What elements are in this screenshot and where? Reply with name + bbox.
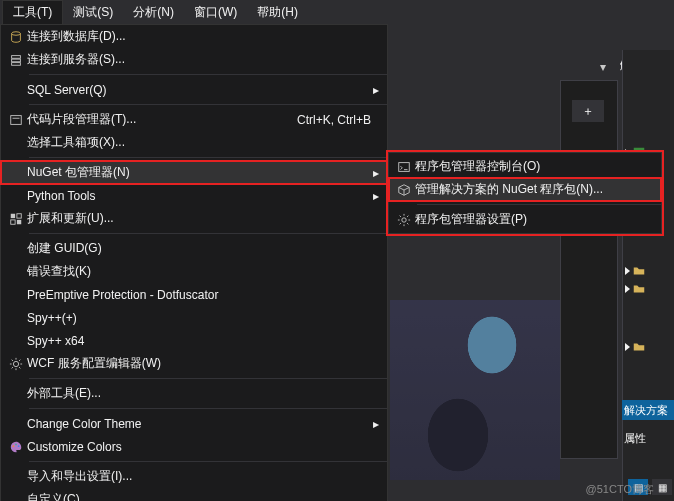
menu-label: 错误查找(K) <box>27 263 379 280</box>
menu-connect-database[interactable]: 连接到数据库(D)... <box>1 25 387 48</box>
menu-external-tools[interactable]: 外部工具(E)... <box>1 382 387 405</box>
menu-label: 自定义(C)... <box>27 491 379 501</box>
extensions-icon <box>5 211 27 227</box>
background-image <box>390 300 560 480</box>
svg-point-12 <box>15 443 17 445</box>
nuget-submenu: 程序包管理器控制台(O) 管理解决方案的 NuGet 程序包(N)... 程序包… <box>388 152 662 234</box>
tools-dropdown: 连接到数据库(D)... 连接到服务器(S)... SQL Server(Q) … <box>0 24 388 501</box>
expand-icon <box>625 267 630 275</box>
menubar-window[interactable]: 窗口(W) <box>184 1 247 24</box>
blank-icon <box>5 188 27 204</box>
menubar-help[interactable]: 帮助(H) <box>247 1 308 24</box>
menu-label: 扩展和更新(U)... <box>27 210 379 227</box>
blank-icon <box>5 310 27 326</box>
menu-label: NuGet 包管理器(N) <box>27 164 369 181</box>
svg-rect-2 <box>12 59 21 62</box>
layout-mode-alt-icon[interactable]: ▦ <box>652 479 672 495</box>
svg-rect-1 <box>12 55 21 58</box>
gear-icon <box>393 212 415 228</box>
watermark-text: @51CTO博客 <box>586 482 654 497</box>
menu-python-tools[interactable]: Python Tools ▸ <box>1 184 387 207</box>
menu-dotfuscator[interactable]: PreEmptive Protection - Dotfuscator <box>1 283 387 306</box>
menu-customize[interactable]: 自定义(C)... <box>1 488 387 501</box>
solution-explorer-tab[interactable]: 解决方案 <box>622 400 674 420</box>
menu-toolbox-items[interactable]: 选择工具箱项(X)... <box>1 131 387 154</box>
submenu-manage-solution-nuget[interactable]: 管理解决方案的 NuGet 程序包(N)... <box>389 178 661 201</box>
svg-point-10 <box>13 361 18 366</box>
menu-spypp[interactable]: Spy++(+) <box>1 306 387 329</box>
menu-connect-server[interactable]: 连接到服务器(S)... <box>1 48 387 71</box>
server-icon <box>5 52 27 68</box>
menu-create-guid[interactable]: 创建 GUID(G) <box>1 237 387 260</box>
blank-icon <box>5 492 27 502</box>
plus-icon: ＋ <box>582 103 594 120</box>
gear-icon <box>5 356 27 372</box>
menu-label: PreEmptive Protection - Dotfuscator <box>27 288 379 302</box>
menubar-test[interactable]: 测试(S) <box>63 1 123 24</box>
blank-icon <box>5 241 27 257</box>
svg-rect-9 <box>17 219 21 223</box>
menu-label: 程序包管理器设置(P) <box>415 211 653 228</box>
console-icon <box>393 159 415 175</box>
expand-icon <box>625 343 630 351</box>
svg-point-11 <box>13 445 15 447</box>
submenu-arrow-icon: ▸ <box>369 83 379 97</box>
folder-icon <box>632 264 646 278</box>
menu-label: Python Tools <box>27 189 369 203</box>
svg-rect-8 <box>11 219 15 223</box>
menubar-tools[interactable]: 工具(T) <box>2 0 63 25</box>
svg-rect-7 <box>17 213 21 217</box>
menu-separator <box>29 408 387 409</box>
palette-icon <box>5 439 27 455</box>
submenu-pm-console[interactable]: 程序包管理器控制台(O) <box>389 155 661 178</box>
blank-icon <box>5 469 27 485</box>
blank-icon <box>5 82 27 98</box>
menu-label: 程序包管理器控制台(O) <box>415 158 653 175</box>
menu-shortcut: Ctrl+K, Ctrl+B <box>297 113 379 127</box>
menu-spypp-x64[interactable]: Spy++ x64 <box>1 329 387 352</box>
menu-label: SQL Server(Q) <box>27 83 369 97</box>
blank-icon <box>5 416 27 432</box>
blank-icon <box>5 287 27 303</box>
svg-point-0 <box>12 31 21 35</box>
add-button[interactable]: ＋ <box>572 100 604 122</box>
menubar: 工具(T) 测试(S) 分析(N) 窗口(W) 帮助(H) <box>0 0 674 24</box>
menu-sql-server[interactable]: SQL Server(Q) ▸ <box>1 78 387 101</box>
menu-nuget-package-manager[interactable]: NuGet 包管理器(N) ▸ <box>1 161 387 184</box>
document-toolbar: ▾ <box>390 56 616 78</box>
snippet-icon <box>5 112 27 128</box>
menu-label: 连接到数据库(D)... <box>27 28 379 45</box>
menu-snippet-manager[interactable]: 代码片段管理器(T)... Ctrl+K, Ctrl+B <box>1 108 387 131</box>
menubar-analyze[interactable]: 分析(N) <box>123 1 184 24</box>
menu-label: Spy++(+) <box>27 311 379 325</box>
blank-icon <box>5 264 27 280</box>
svg-rect-3 <box>12 62 21 65</box>
menu-label: 创建 GUID(G) <box>27 240 379 257</box>
submenu-pm-settings[interactable]: 程序包管理器设置(P) <box>389 208 661 231</box>
tree-item[interactable] <box>623 262 674 280</box>
menu-label: WCF 服务配置编辑器(W) <box>27 355 379 372</box>
svg-point-16 <box>402 217 406 221</box>
menu-label: 导入和导出设置(I)... <box>27 468 379 485</box>
tree-item[interactable] <box>623 338 674 356</box>
menu-wcf-config[interactable]: WCF 服务配置编辑器(W) <box>1 352 387 375</box>
blank-icon <box>5 386 27 402</box>
menu-import-export-settings[interactable]: 导入和导出设置(I)... <box>1 465 387 488</box>
menu-separator <box>29 233 387 234</box>
dropdown-icon[interactable]: ▾ <box>596 60 610 74</box>
blank-icon <box>5 165 27 181</box>
menu-error-lookup[interactable]: 错误查找(K) <box>1 260 387 283</box>
menu-separator <box>29 74 387 75</box>
menu-label: 选择工具箱项(X)... <box>27 134 379 151</box>
tree-item[interactable] <box>623 280 674 298</box>
properties-tab[interactable]: 属性 <box>622 428 674 448</box>
blank-icon <box>5 135 27 151</box>
menu-label: Spy++ x64 <box>27 334 379 348</box>
menu-label: 代码片段管理器(T)... <box>27 111 297 128</box>
package-icon <box>393 182 415 198</box>
menu-separator <box>29 461 387 462</box>
menu-customize-colors[interactable]: Customize Colors <box>1 435 387 458</box>
menu-change-color-theme[interactable]: Change Color Theme ▸ <box>1 412 387 435</box>
menu-label: Customize Colors <box>27 440 379 454</box>
menu-extensions-updates[interactable]: 扩展和更新(U)... <box>1 207 387 230</box>
